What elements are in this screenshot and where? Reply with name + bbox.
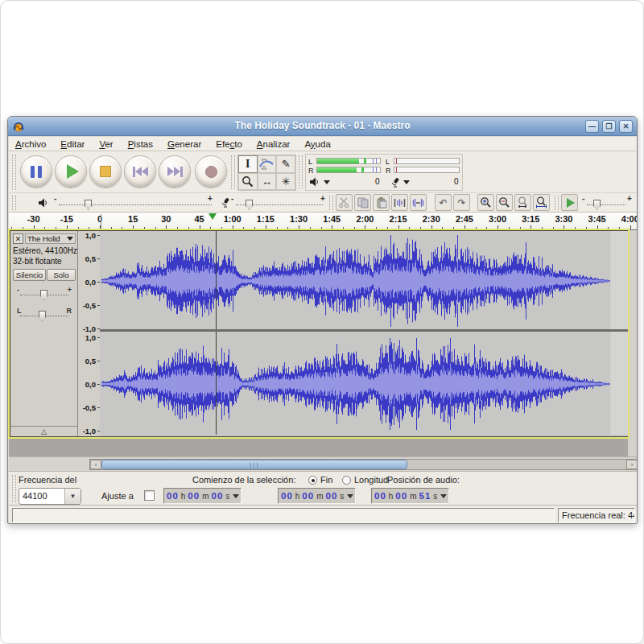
selection-toolbar-grabber[interactable] bbox=[12, 475, 16, 502]
input-volume-thumb[interactable] bbox=[246, 200, 253, 210]
timeline-label: 3:15 bbox=[522, 214, 539, 224]
maximize-button[interactable]: ❐ bbox=[602, 120, 616, 133]
play-at-speed-button[interactable] bbox=[561, 194, 578, 211]
play-button[interactable] bbox=[55, 155, 87, 188]
pan-slider[interactable]: L R bbox=[17, 308, 72, 323]
speed-slider-thumb[interactable] bbox=[593, 200, 601, 210]
menu-item-generar[interactable]: Generar bbox=[167, 139, 201, 149]
speed-slider[interactable] bbox=[587, 204, 625, 205]
time-field-dropdown-icon[interactable] bbox=[347, 494, 353, 498]
input-volume-slider[interactable] bbox=[236, 204, 323, 205]
hscroll-thumb[interactable] bbox=[101, 460, 407, 469]
selection-tool-button[interactable]: I bbox=[238, 155, 258, 173]
snap-to-checkbox[interactable] bbox=[144, 490, 155, 501]
time-field-dropdown-icon[interactable] bbox=[233, 494, 239, 498]
input-meter-right[interactable] bbox=[394, 167, 460, 173]
zoom-selection-button[interactable] bbox=[514, 194, 531, 211]
undo-button[interactable]: ↶ bbox=[435, 194, 452, 211]
edit-toolbar-grabber[interactable] bbox=[329, 196, 333, 210]
multi-tool-button[interactable]: ✳ bbox=[276, 173, 295, 191]
timeline-tick bbox=[166, 225, 167, 229]
selection-end-field[interactable]: 00h00m00s bbox=[278, 488, 356, 504]
speaker-icon bbox=[309, 177, 320, 187]
time-field-dropdown-icon[interactable] bbox=[440, 494, 447, 498]
vertical-scrollbar[interactable] bbox=[627, 230, 638, 456]
title-bar[interactable]: The Holiday Soundtrack - 01 - Maestro — … bbox=[8, 117, 637, 136]
record-button[interactable] bbox=[195, 155, 227, 188]
silence-button[interactable] bbox=[410, 194, 427, 211]
zoom-tool-button[interactable] bbox=[238, 173, 258, 191]
output-meter-dropdown[interactable] bbox=[324, 180, 330, 184]
mixer-toolbar-grabber[interactable] bbox=[12, 196, 16, 210]
zoom-fit-button[interactable] bbox=[533, 194, 550, 211]
input-meter-left[interactable] bbox=[394, 158, 460, 164]
gain-slider[interactable]: - + bbox=[17, 287, 72, 302]
meter-toolbar-grabber[interactable] bbox=[299, 155, 303, 189]
timeline-tick bbox=[310, 227, 311, 229]
menu-item-efecto[interactable]: Efecto bbox=[216, 139, 242, 149]
scroll-right-arrow[interactable]: › bbox=[626, 460, 638, 469]
redo-button[interactable]: ↷ bbox=[453, 194, 470, 211]
zoom-out-button[interactable] bbox=[496, 194, 513, 211]
timeline-tick bbox=[233, 225, 233, 229]
zoom-in-button[interactable] bbox=[477, 194, 494, 211]
timeline-tick bbox=[23, 227, 23, 229]
playback-position-marker-icon[interactable] bbox=[208, 213, 217, 220]
end-radio-icon[interactable] bbox=[308, 476, 317, 485]
length-radio-icon[interactable] bbox=[342, 476, 351, 485]
input-meter-dropdown[interactable] bbox=[403, 180, 410, 184]
radio-end[interactable]: Fin bbox=[308, 475, 332, 485]
timeline-ruler[interactable]: -30-1501530451:001:151:301:452:002:152:3… bbox=[9, 213, 638, 230]
play-at-speed-icon bbox=[567, 198, 575, 208]
scissors-icon bbox=[338, 196, 350, 208]
waveform-left-channel[interactable] bbox=[100, 231, 628, 329]
hscroll-track[interactable]: ‹ › bbox=[89, 459, 638, 470]
track-collapse-button[interactable]: △ bbox=[10, 426, 77, 436]
solo-button[interactable]: Solo bbox=[47, 269, 76, 281]
menu-item-editar[interactable]: Editar bbox=[60, 139, 85, 149]
waveform-display[interactable] bbox=[100, 231, 628, 436]
output-volume-slider[interactable] bbox=[59, 204, 212, 205]
track-title-menu[interactable]: The Holid bbox=[25, 233, 76, 244]
menu-item-ayuda[interactable]: Ayuda bbox=[304, 139, 330, 149]
menu-item-pistas[interactable]: Pistas bbox=[128, 139, 153, 149]
pause-button[interactable] bbox=[20, 155, 52, 188]
track-control-panel: ✕ The Holid Estéreo, 44100Hz 32-bit flot… bbox=[10, 231, 78, 436]
pan-slider-thumb[interactable] bbox=[39, 311, 46, 321]
draw-tool-button[interactable]: ✎ bbox=[276, 155, 295, 173]
timeline-tick bbox=[575, 227, 576, 229]
track-close-button[interactable]: ✕ bbox=[13, 233, 23, 244]
vertical-ruler[interactable]: 1,00,50,0-0,5-1,01,00,50,0-0,5-1,0 bbox=[79, 231, 100, 436]
trim-outside-button[interactable] bbox=[391, 194, 408, 211]
output-volume-thumb[interactable] bbox=[85, 200, 92, 210]
menu-item-ver[interactable]: Ver bbox=[99, 139, 113, 149]
mute-button[interactable]: Silencio bbox=[13, 269, 46, 281]
project-rate-combo[interactable]: 44100 ▼ bbox=[19, 488, 81, 505]
selection-start-field[interactable]: 00h00m00s bbox=[163, 488, 242, 504]
copy-button[interactable] bbox=[354, 194, 371, 211]
close-button[interactable]: ✕ bbox=[619, 120, 633, 133]
output-meter-right[interactable] bbox=[316, 167, 381, 173]
time-token: h bbox=[180, 492, 188, 501]
waveform-right-channel[interactable] bbox=[100, 332, 628, 435]
scroll-left-arrow[interactable]: ‹ bbox=[90, 460, 101, 469]
gain-slider-thumb[interactable] bbox=[40, 290, 47, 300]
cut-button[interactable] bbox=[336, 194, 353, 211]
stop-button[interactable] bbox=[89, 155, 122, 188]
timeline-label: 1:45 bbox=[323, 214, 341, 224]
envelope-tool-button[interactable] bbox=[258, 155, 277, 173]
timeshift-tool-button[interactable]: ↔ bbox=[258, 173, 277, 191]
paste-button[interactable] bbox=[373, 194, 390, 211]
menu-item-analizar[interactable]: Analizar bbox=[257, 139, 291, 149]
menu-item-archivo[interactable]: Archivo bbox=[15, 139, 46, 149]
audio-position-field[interactable]: 00h00m51s bbox=[371, 488, 449, 504]
pan-left-label: L bbox=[17, 307, 22, 315]
transcription-toolbar-grabber[interactable] bbox=[555, 196, 559, 210]
transport-toolbar-grabber[interactable] bbox=[12, 155, 16, 190]
tools-toolbar-grabber[interactable] bbox=[231, 155, 235, 189]
radio-length[interactable]: Longitud bbox=[342, 475, 388, 485]
rewind-button[interactable] bbox=[124, 155, 156, 188]
forward-button[interactable] bbox=[159, 155, 191, 188]
minimize-button[interactable]: — bbox=[585, 120, 599, 133]
output-meter-left[interactable] bbox=[316, 158, 381, 164]
